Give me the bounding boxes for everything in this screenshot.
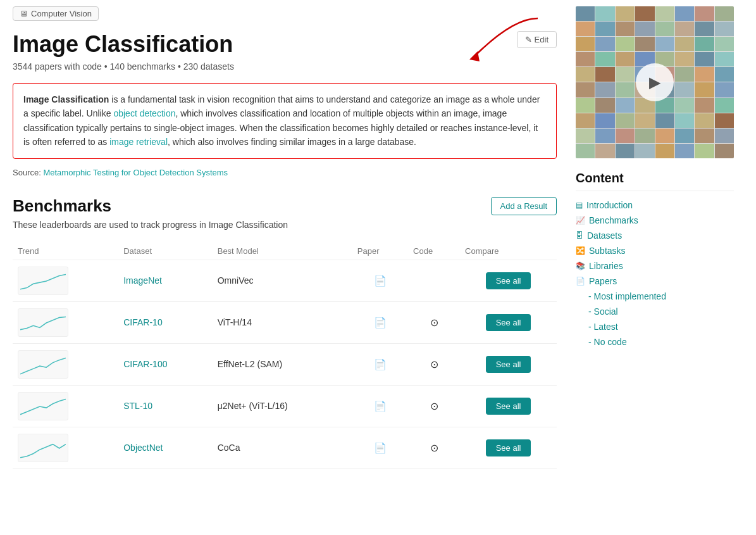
image-cell: [715, 37, 734, 51]
see-all-button[interactable]: See all: [486, 398, 531, 415]
nav-link-sub[interactable]: - Most implemented: [588, 291, 734, 301]
image-cell: [576, 113, 595, 128]
github-icon[interactable]: ⊙: [430, 359, 438, 370]
paper-cell[interactable]: 📄: [352, 427, 408, 469]
play-button[interactable]: ▶: [636, 63, 674, 101]
paper-icon[interactable]: 📄: [374, 317, 387, 328]
model-cell: CoCa: [213, 427, 352, 469]
breadcrumb-label: Computer Vision: [31, 9, 92, 18]
nav-link[interactable]: 🗄Datasets: [576, 230, 734, 241]
image-cell: [675, 52, 694, 66]
image-cell: [595, 22, 614, 36]
breadcrumb-badge[interactable]: 🖥 Computer Vision: [13, 6, 99, 21]
paper-cell[interactable]: 📄: [352, 260, 408, 301]
image-cell: [595, 37, 614, 51]
image-cell: [635, 129, 654, 143]
nav-link[interactable]: 📄Papers: [576, 276, 734, 286]
image-cell: [635, 6, 654, 21]
col-compare: Compare: [460, 242, 557, 260]
col-paper: Paper: [352, 242, 408, 260]
nav-item: 🔀Subtasks: [576, 246, 734, 256]
col-trend: Trend: [13, 242, 118, 260]
image-cell: [655, 22, 674, 36]
image-cell: [675, 98, 694, 113]
see-all-button[interactable]: See all: [486, 314, 531, 331]
image-cell: [695, 129, 714, 143]
nav-item: 📄Papers: [576, 276, 734, 286]
edit-button[interactable]: ✎ Edit: [517, 31, 557, 48]
image-cell: [655, 144, 674, 158]
nav-item: 📈Benchmarks: [576, 215, 734, 225]
image-cell: [616, 129, 635, 143]
code-cell[interactable]: ⊙: [408, 343, 460, 385]
nav-link-sub[interactable]: - No code: [588, 337, 734, 347]
paper-icon[interactable]: 📄: [374, 401, 387, 412]
dataset-cell[interactable]: CIFAR-100: [118, 343, 213, 385]
nav-link[interactable]: 📚Libraries: [576, 261, 734, 271]
image-cell: [695, 98, 714, 113]
trend-cell: [13, 343, 118, 385]
image-cell: [616, 98, 635, 113]
image-cell: [616, 37, 635, 51]
benchmarks-header: Benchmarks Add a Result: [13, 196, 557, 216]
image-cell: [616, 52, 635, 66]
see-all-button[interactable]: See all: [486, 272, 531, 289]
image-retrieval-link[interactable]: image retrieval: [109, 137, 168, 147]
github-icon[interactable]: ⊙: [430, 317, 438, 328]
see-all-button[interactable]: See all: [486, 356, 531, 373]
breadcrumb: 🖥 Computer Vision: [13, 6, 557, 21]
paper-icon[interactable]: 📄: [374, 275, 387, 286]
github-icon[interactable]: ⊙: [430, 401, 438, 412]
nav-link[interactable]: 🔀Subtasks: [576, 246, 734, 256]
nav-item: - No code: [576, 337, 734, 347]
nav-link-sub[interactable]: - Latest: [588, 322, 734, 332]
paper-cell[interactable]: 📄: [352, 343, 408, 385]
code-cell[interactable]: ⊙: [408, 385, 460, 427]
nav-link[interactable]: ▤Introduction: [576, 200, 734, 210]
code-cell[interactable]: ⊙: [408, 427, 460, 469]
image-cell: [635, 37, 654, 51]
trend-cell: [13, 385, 118, 427]
image-cell: [655, 37, 674, 51]
paper-cell[interactable]: 📄: [352, 301, 408, 343]
image-cell: [595, 113, 614, 128]
col-dataset: Dataset: [118, 242, 213, 260]
nav-link-sub[interactable]: - Social: [588, 306, 734, 317]
image-cell: [695, 6, 714, 21]
dataset-cell[interactable]: CIFAR-10: [118, 301, 213, 343]
description-box: Image Classification is a fundamental ta…: [13, 83, 557, 159]
model-cell: EffNet-L2 (SAM): [213, 343, 352, 385]
add-result-button[interactable]: Add a Result: [491, 197, 557, 215]
object-detection-link[interactable]: object detection: [113, 108, 175, 118]
image-cell: [576, 144, 595, 158]
nav-item: 📚Libraries: [576, 261, 734, 271]
image-cell: [695, 22, 714, 36]
image-cell: [576, 67, 595, 82]
image-cell: [595, 67, 614, 82]
table-row: ImageNetOmniVec📄See all: [13, 260, 557, 301]
image-cell: [715, 52, 734, 66]
image-cell: [576, 6, 595, 21]
image-cell: [695, 113, 714, 128]
image-cell: [715, 113, 734, 128]
description-end: , which also involves finding similar im…: [168, 137, 416, 147]
paper-cell[interactable]: 📄: [352, 385, 408, 427]
image-cell: [675, 37, 694, 51]
paper-icon[interactable]: 📄: [374, 443, 387, 453]
image-cell: [695, 37, 714, 51]
source-link[interactable]: Metamorphic Testing for Object Detection…: [43, 168, 228, 177]
paper-icon[interactable]: 📄: [374, 359, 387, 370]
dataset-cell[interactable]: ObjectNet: [118, 427, 213, 469]
code-cell[interactable]: ⊙: [408, 301, 460, 343]
dataset-cell[interactable]: ImageNet: [118, 260, 213, 301]
nav-link[interactable]: 📈Benchmarks: [576, 215, 734, 225]
nav-item: ▤Introduction: [576, 200, 734, 210]
benchmarks-subtitle: These leaderboards are used to track pro…: [13, 220, 557, 230]
image-cell: [675, 129, 694, 143]
compare-cell: See all: [460, 427, 557, 469]
see-all-button[interactable]: See all: [486, 439, 531, 456]
dataset-cell[interactable]: STL-10: [118, 385, 213, 427]
nav-item: - Latest: [576, 322, 734, 332]
table-header: Trend Dataset Best Model Paper Code Comp…: [13, 242, 557, 260]
github-icon[interactable]: ⊙: [430, 443, 438, 453]
